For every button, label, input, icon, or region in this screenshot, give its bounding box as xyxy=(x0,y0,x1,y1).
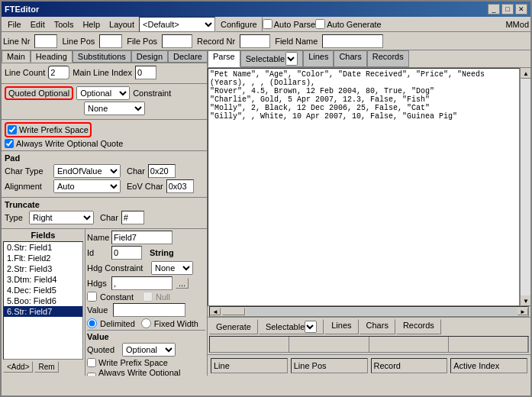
pad-section: Pad Char Type EndOfValue Space Zero Char… xyxy=(2,151,207,198)
rem-button[interactable]: Rem xyxy=(34,361,58,373)
line-pos-input[interactable] xyxy=(99,34,122,48)
minimize-button[interactable]: _ xyxy=(488,4,500,15)
maximize-button[interactable]: □ xyxy=(501,4,514,15)
tab-heading[interactable]: Heading xyxy=(31,50,73,63)
field-item-2[interactable]: 2.Str: Field3 xyxy=(4,263,82,274)
tab-main[interactable]: Main xyxy=(2,50,31,63)
field-item-4[interactable]: 4.Dec: Field5 xyxy=(4,285,82,295)
record-cell: Record xyxy=(371,358,448,373)
gen-records-tab[interactable]: Records xyxy=(396,319,441,334)
right-tab-selectable[interactable]: Selectable ▼ xyxy=(240,50,303,67)
gen-selectable-dropdown[interactable]: ▼ xyxy=(305,321,317,333)
main-line-index-label: Main Line Index xyxy=(73,68,132,77)
menu-tools[interactable]: Tools xyxy=(50,18,79,31)
right-scrollbar-h[interactable]: ◄ ► xyxy=(209,306,529,317)
tab-design[interactable]: Design xyxy=(131,50,168,63)
char-input[interactable] xyxy=(148,164,176,178)
eov-char-input[interactable] xyxy=(166,179,194,193)
scroll-down-btn[interactable]: ▼ xyxy=(521,295,530,306)
record-nr-input[interactable] xyxy=(240,34,270,48)
hdgs-input[interactable] xyxy=(111,276,172,290)
parse-text-area: "Pet Name", "Age", "Color", "Date Receiv… xyxy=(208,68,520,306)
line-nr-input[interactable] xyxy=(34,34,57,48)
value-always-write-optional-checkbox[interactable] xyxy=(87,373,96,376)
fixed-width-radio[interactable] xyxy=(141,318,151,328)
configure-button[interactable]: Configure xyxy=(215,17,263,32)
char-type-select[interactable]: EndOfValue Space Zero xyxy=(53,164,121,178)
selectable-dropdown[interactable]: ▼ xyxy=(285,52,298,66)
gen-lines-tab[interactable]: Lines xyxy=(324,319,358,334)
value-quoted-select[interactable]: Optional Always Never xyxy=(122,343,176,357)
auto-parse-checkbox[interactable] xyxy=(263,19,272,29)
generate-tabs: Generate Selectable ▼ Lines Chars Record… xyxy=(208,318,530,336)
right-tab-records[interactable]: Records xyxy=(367,50,409,67)
null-checkbox[interactable] xyxy=(143,292,153,302)
truncate-char-input[interactable] xyxy=(121,211,144,224)
field-id-input[interactable] xyxy=(111,246,142,260)
line-count-input[interactable] xyxy=(48,66,69,79)
file-pos-input[interactable] xyxy=(162,34,192,48)
menu-file[interactable]: File xyxy=(3,18,26,31)
gen-chars-tab[interactable]: Chars xyxy=(360,319,395,334)
right-tab-parse[interactable]: Parse xyxy=(208,50,240,67)
line-count-section: Line Count Main Line Index xyxy=(2,63,207,84)
field-name-input[interactable] xyxy=(322,34,383,48)
main-line-index-input[interactable] xyxy=(135,66,156,79)
value-label: Value xyxy=(87,305,110,315)
alignment-select[interactable]: Auto Left Right xyxy=(53,179,121,193)
hdgs-ellipsis-button[interactable]: ... xyxy=(176,278,189,289)
quoted-type-row: Quoted Optional Optional Always Never Co… xyxy=(5,86,204,100)
scroll-right-btn[interactable]: ► xyxy=(517,308,528,315)
truncate-type-select[interactable]: Right Left None xyxy=(29,211,94,224)
hdg-constraint-select[interactable]: None xyxy=(151,261,193,275)
quoted-row: Quoted Optional Always Never xyxy=(87,343,205,357)
constant-checkbox[interactable] xyxy=(87,292,97,302)
generate-button[interactable]: Generate xyxy=(209,319,258,334)
field-item-5[interactable]: 5.Boo: Field6 xyxy=(4,295,82,306)
layout-select[interactable]: <Default> xyxy=(139,17,215,32)
line-pos-cell: Line Pos xyxy=(291,358,368,373)
right-tab-chars[interactable]: Chars xyxy=(334,50,366,67)
gen-selectable-tab[interactable]: Selectable ▼ xyxy=(259,319,324,334)
field-item-1[interactable]: 1.Flt: Field2 xyxy=(4,253,82,263)
write-prefix-space-checkbox[interactable] xyxy=(8,125,17,134)
quoted-type-select[interactable]: Optional Always Never xyxy=(76,86,130,100)
scroll-thumb-h[interactable] xyxy=(222,308,245,315)
delimited-radio[interactable] xyxy=(87,318,97,328)
field-item-0[interactable]: 0.Str: Field1 xyxy=(4,242,82,253)
field-name-detail-input[interactable] xyxy=(111,231,172,244)
constraint-row: None xyxy=(5,102,204,115)
field-item-3[interactable]: 3.Dtm: Field4 xyxy=(4,274,82,285)
value-always-write-optional-label: Always Write Optional Quote xyxy=(98,368,205,376)
value-write-prefix-checkbox[interactable] xyxy=(87,358,96,367)
add-button[interactable]: <Add> xyxy=(3,361,33,373)
hdgs-label: Hdgs xyxy=(87,279,108,288)
value-input[interactable] xyxy=(113,303,185,317)
always-write-optional-quote-checkbox[interactable] xyxy=(5,139,14,148)
menu-layout[interactable]: Layout xyxy=(105,18,139,31)
main-content: Main Heading Substitutions Design Declar… xyxy=(2,50,530,376)
fixed-width-label: Fixed Width xyxy=(154,319,198,328)
constraint-select[interactable]: None xyxy=(84,102,145,115)
line-count-row: Line Count Main Line Index xyxy=(5,66,204,79)
gen-bar-item-2 xyxy=(289,337,369,352)
gen-bar-item-4 xyxy=(449,337,528,352)
main-window: FTEditor _ □ ✕ File Edit Tools Help Layo… xyxy=(0,0,532,397)
value-write-prefix-row: Write Prefix Space xyxy=(87,358,205,367)
tab-substitutions[interactable]: Substitutions xyxy=(73,50,131,63)
field-item-6[interactable]: 6.Str: Field7 xyxy=(4,306,82,317)
scroll-left-btn[interactable]: ◄ xyxy=(210,308,221,315)
right-scrollbar-v[interactable]: ▲ ▼ xyxy=(520,68,530,306)
right-tab-lines[interactable]: Lines xyxy=(303,50,334,67)
fields-detail-panel: Name Id String Hdg Constraint None xyxy=(85,229,207,376)
close-button[interactable]: ✕ xyxy=(515,4,527,15)
scroll-up-btn[interactable]: ▲ xyxy=(521,68,530,79)
hdgs-row: Hdgs ... xyxy=(87,276,205,290)
active-index-cell-label: Active Index xyxy=(453,361,499,370)
tab-declare[interactable]: Declare xyxy=(168,50,208,63)
menu-help[interactable]: Help xyxy=(78,18,105,31)
truncate-row: Type Right Left None Char xyxy=(5,211,204,224)
menu-edit[interactable]: Edit xyxy=(26,18,50,31)
write-prefix-space-label: Write Prefix Space xyxy=(19,125,89,134)
auto-generate-checkbox[interactable] xyxy=(315,19,325,29)
